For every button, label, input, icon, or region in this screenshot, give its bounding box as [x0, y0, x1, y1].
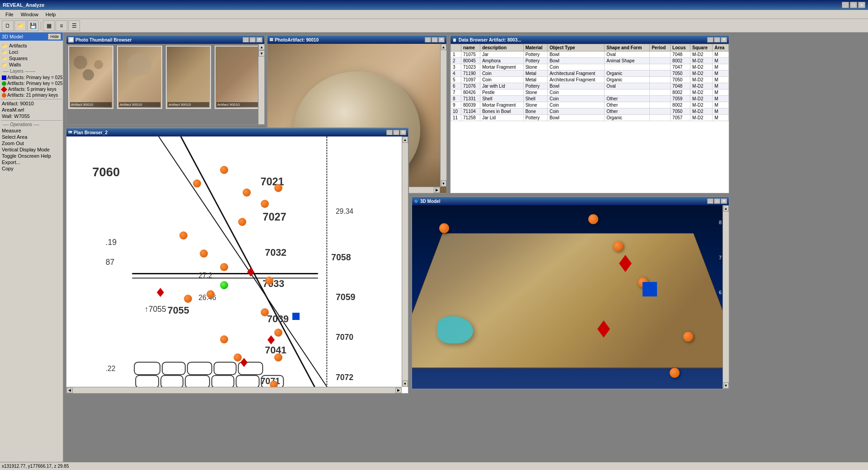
toolbar-new[interactable]: 🗋	[2, 20, 14, 31]
svg-text:7072: 7072	[336, 373, 353, 382]
plan-scroll-left[interactable]: ◀	[66, 388, 73, 393]
plan-h-scrollbar[interactable]: ◀ ▶	[66, 387, 402, 393]
toolbar-detail[interactable]: ☰	[68, 20, 80, 31]
table-row[interactable]: 3 71023 Mortar Fragment Stone Coin 7047 …	[451, 64, 729, 70]
cell-square: M-D2	[690, 77, 713, 83]
menu-window[interactable]: Window	[17, 11, 42, 18]
cell-name: 71190	[461, 70, 480, 77]
sidebar-ops-export[interactable]: Export...	[1, 159, 62, 165]
sidebar-item-artifact[interactable]: Artifact: 90010	[1, 100, 62, 107]
model-3d-minimize[interactable]: _	[707, 198, 713, 204]
sidebar-ops-copy[interactable]: Copy	[1, 165, 62, 172]
model-3d-content[interactable]: ▲ ▼ 8 7 6	[412, 205, 729, 389]
sidebar-item-walls[interactable]: 📁 Walls	[1, 61, 62, 68]
maximize-button[interactable]: □	[850, 2, 857, 8]
model-scroll-down[interactable]: ▼	[723, 382, 729, 389]
cell-desc: Coin	[480, 70, 524, 77]
plan-scroll-right[interactable]: ▶	[395, 388, 402, 393]
scroll-down-arrow[interactable]: ▼	[258, 50, 264, 56]
scroll-right-btn[interactable]: ▶	[434, 188, 440, 193]
plan-scroll-track	[402, 143, 408, 381]
table-row[interactable]: 11 71258 Jar Lid Pottery Bowl Organic 70…	[451, 115, 729, 121]
model-v-scrollbar[interactable]: ▲ ▼	[723, 205, 729, 389]
sidebar-ops-zoom-out[interactable]: Zoom Out	[1, 140, 62, 146]
sidebar-item-wall[interactable]: Wall: W7055	[1, 113, 62, 119]
toolbar-list[interactable]: ≡	[56, 20, 67, 31]
data-browser-maximize[interactable]: □	[714, 37, 720, 42]
sidebar-ops-measure[interactable]: Measure	[1, 127, 62, 134]
plan-v-scrollbar[interactable]: ▲ ▼	[402, 136, 408, 387]
plan-browser-maximize[interactable]: □	[393, 130, 399, 135]
sidebar-ops-select-area[interactable]: Select Area	[1, 134, 62, 140]
table-row[interactable]: 10 71104 Bones in Bowl Bone Coin Other 7…	[451, 108, 729, 115]
scroll-down-btn[interactable]: ▼	[441, 180, 446, 187]
scroll-up-arrow[interactable]: ▲	[258, 44, 264, 50]
table-row[interactable]: 1 71075 Jar Pottery Bowl Oval 7048 M-D2 …	[451, 52, 729, 58]
cell-type: Architectural Fragment	[548, 77, 605, 83]
cell-name: 71023	[461, 64, 480, 70]
photo-browser-minimize[interactable]: _	[243, 37, 249, 42]
v-scrollbar[interactable]: ▲ ▼	[440, 44, 446, 187]
sidebar-item-primary-blue[interactable]: Artifacts: Primary key = 025	[1, 75, 62, 80]
sidebar-item-aream[interactable]: AreaM.wrl	[1, 107, 62, 113]
sidebar-item-loci[interactable]: 📁 Loci	[1, 49, 62, 55]
scroll-up-btn[interactable]: ▲	[441, 44, 446, 50]
photo-thumb-1[interactable]: Artifact 90010	[68, 46, 113, 109]
model-3d-maximize[interactable]: □	[714, 198, 720, 204]
svg-text:7027: 7027	[263, 211, 286, 223]
svg-text:27.2: 27.2	[198, 272, 212, 279]
cell-locus: 7048	[671, 83, 690, 89]
data-browser-minimize[interactable]: _	[707, 37, 713, 42]
plan-scroll-down[interactable]: ▼	[403, 381, 408, 387]
toolbar-open[interactable]: 📁	[14, 20, 26, 31]
photo-artifact-minimize[interactable]: _	[425, 37, 431, 42]
cell-area: M	[713, 108, 729, 115]
data-browser-title: Data Browser Artifact: 8003...	[459, 38, 521, 42]
sidebar-ops-toggle-onscreen[interactable]: Toggle Onscreen Help	[1, 153, 62, 159]
photo-browser-maximize[interactable]: □	[249, 37, 256, 42]
cell-square: M-D2	[690, 108, 713, 115]
close-button[interactable]: ✕	[858, 2, 865, 8]
photo-artifact-controls: _ □ ✕	[425, 37, 445, 42]
photo-thumb-3[interactable]: Artifact 90010	[166, 46, 211, 109]
table-row[interactable]: 4 71190 Coin Metal Architectural Fragmen…	[451, 70, 729, 77]
minimize-button[interactable]: _	[842, 2, 849, 8]
photo-artifact-close[interactable]: ✕	[438, 37, 445, 42]
sidebar-item-primary-5[interactable]: Artifacts: 5 primary keys	[1, 86, 62, 92]
table-row[interactable]: 2 80045 Amphora Pottery Bowl Animal Shap…	[451, 58, 729, 64]
sidebar-item-primary-green[interactable]: Artifacts: Primary key = 025	[1, 80, 62, 86]
sidebar-item-primary-21[interactable]: Artifacts: 21 primary keys	[1, 92, 62, 98]
model-scroll-up[interactable]: ▲	[723, 205, 729, 212]
photo-thumb-2[interactable]: Artifact 90010	[117, 46, 162, 109]
photo-artifact-maximize[interactable]: □	[432, 37, 438, 42]
model-3d-close[interactable]: ✕	[721, 198, 727, 204]
model-3d-window: 🔷 3D Model _ □ ✕	[411, 196, 730, 390]
table-row[interactable]: 9 80039 Mortar Fragment Stone Coin Other…	[451, 102, 729, 108]
photo-strip[interactable]: Artifact 90010 Artifact 90010 Artifact 9…	[66, 44, 264, 124]
cell-period	[650, 64, 671, 70]
photo-browser-close[interactable]: ✕	[256, 37, 263, 42]
plan-browser-content[interactable]: 7060 7021 7027 7032 7033 7039 7041 7055 …	[66, 136, 408, 393]
model-3d-titlebar: 🔷 3D Model _ □ ✕	[412, 197, 729, 205]
sidebar-ops-vertical-display[interactable]: Vertical Display Mode	[1, 146, 62, 153]
table-row[interactable]: 5 71097 Coin Metal Architectural Fragmen…	[451, 77, 729, 83]
plan-browser-close[interactable]: ✕	[400, 130, 406, 135]
plan-browser-minimize[interactable]: _	[386, 130, 393, 135]
toolbar-save[interactable]: 💾	[27, 20, 39, 31]
sidebar-item-squares[interactable]: 📁 Squares	[1, 55, 62, 61]
sidebar-item-artifacts[interactable]: 📁 Artifacts	[1, 42, 62, 49]
menu-file[interactable]: File	[2, 11, 17, 18]
menu-help[interactable]: Help	[42, 11, 60, 18]
sidebar-hide-button[interactable]: Hide	[48, 33, 61, 40]
plan-scroll-up[interactable]: ▲	[403, 136, 408, 143]
photo-strip-scroll[interactable]: ▲ ▼	[258, 44, 264, 124]
table-row[interactable]: 7 80426 Pestle Stone Coin 8002 M-D2 M	[451, 89, 729, 96]
cell-type: Bowl	[548, 83, 605, 89]
svg-text:↑7055: ↑7055	[145, 305, 166, 314]
table-row[interactable]: 6 71076 Jar with Lid Pottery Bowl Oval 7…	[451, 83, 729, 89]
plan-map[interactable]: 7060 7021 7027 7032 7033 7039 7041 7055 …	[66, 136, 408, 393]
data-browser-close[interactable]: ✕	[721, 37, 727, 42]
toolbar-grid[interactable]: ▦	[43, 20, 55, 31]
table-row[interactable]: 8 71331 Shell Shell Coin Other 7059 M-D2…	[451, 96, 729, 102]
photo-thumb-4[interactable]: Artifact 90010	[215, 46, 260, 109]
